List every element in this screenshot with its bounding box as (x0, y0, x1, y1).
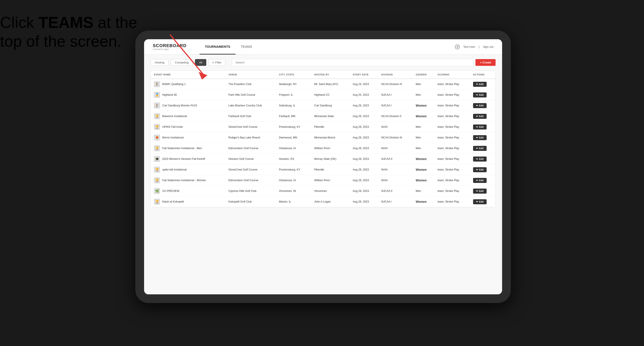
logo-subtitle: Powered by clippit (153, 48, 186, 50)
edit-button[interactable]: ✏ Edit (473, 199, 487, 204)
edit-label: Edit (479, 126, 484, 128)
event-name-text: VU PREVIEW (162, 189, 180, 192)
filter-hosting[interactable]: Hosting (151, 59, 168, 66)
filter-all[interactable]: All (195, 59, 206, 66)
edit-label: Edit (479, 147, 484, 150)
nav-item-teams[interactable]: TEAMS (236, 39, 258, 54)
col-division: DIVISION (378, 71, 413, 79)
cell-venue: Park Hills Golf Course (225, 90, 276, 100)
cell-hosted: Carl Sandburg (311, 100, 350, 111)
cell-date: Aug 28, 2023 (350, 111, 378, 122)
edit-button[interactable]: ✏ Edit (473, 135, 487, 140)
edit-button[interactable]: ✏ Edit (473, 82, 487, 87)
event-name-text: Klash at Kokopelli (162, 200, 184, 203)
table-row: 🏆 upike fall invitational StoneCrest Gol… (151, 165, 495, 175)
instruction-text: Click TEAMS at the top of the screen. (0, 13, 137, 51)
table-row: 🏆 Fall Statesmen Invitational - Women Ed… (151, 175, 495, 186)
user-name: Test User (463, 45, 475, 48)
event-icon: 🏆 (154, 145, 160, 151)
instruction-bold: TEAMS (38, 14, 94, 31)
logo-title: SCOREBOARD (153, 43, 186, 48)
col-hosted-by: HOSTED BY (311, 71, 350, 79)
cell-city: Oskaloosa, IA (276, 143, 311, 154)
logo: SCOREBOARD Powered by clippit (153, 43, 186, 50)
event-name-text: Maverick Invitational (162, 115, 187, 118)
cell-division: NCAA Division III (378, 79, 413, 90)
event-icon: 🏅 (154, 92, 160, 98)
edit-button[interactable]: ✏ Edit (473, 125, 487, 130)
nav-item-tournaments[interactable]: TOURNAMENTS (200, 39, 235, 54)
cell-city: Hesston, KS (276, 154, 311, 165)
gear-icon[interactable]: ⚙ (455, 44, 460, 49)
col-gender: GENDER (412, 71, 434, 79)
event-name-text: 2023 Women's Hesston Fall Kickoff (162, 158, 205, 161)
cell-hosted: Pikeville (311, 165, 350, 175)
edit-icon: ✏ (476, 104, 478, 107)
edit-button[interactable]: ✏ Edit (473, 114, 487, 119)
cell-division: NCAA Division III (378, 132, 413, 143)
cell-date: Aug 28, 2023 (350, 196, 378, 207)
event-icon: 🌿 (154, 188, 160, 194)
cell-venue: StoneCrest Golf Course (225, 122, 276, 132)
sign-out-link[interactable]: Sign out (483, 45, 493, 48)
cell-venue: Cypress Hills Golf Club (225, 186, 276, 196)
edit-icon: ✏ (476, 190, 478, 192)
create-button[interactable]: + Create (476, 59, 496, 66)
edit-icon: ✏ (476, 179, 478, 182)
cell-gender: Women (412, 165, 434, 175)
filter-competing[interactable]: Competing (171, 59, 193, 66)
cell-scoring: team, Stroke Play (435, 154, 470, 165)
col-city-state: CITY, STATE (276, 71, 311, 79)
edit-button[interactable]: ✏ Edit (473, 146, 487, 151)
cell-actions: ✏ Edit (470, 175, 495, 186)
edit-icon: ✏ (476, 136, 478, 139)
event-icon: 🏌 (154, 81, 160, 87)
cell-scoring: team, Stroke Play (435, 90, 470, 100)
event-name-text: Morris Invitational (162, 136, 184, 139)
cell-date: Aug 28, 2023 (350, 165, 378, 175)
cell-date: Aug 28, 2023 (350, 175, 378, 186)
cell-hosted: Minnesota-Morris (311, 132, 350, 143)
cell-gender: Men (412, 79, 434, 90)
cell-division: NCAA Division II (378, 111, 413, 122)
cell-hosted: Highland CC (311, 90, 350, 100)
cell-city: Prestonsburg, KY (276, 165, 311, 175)
filter-label: Filter (215, 61, 222, 64)
table: EVENT NAME VENUE CITY, STATE HOSTED BY S… (151, 71, 495, 207)
cell-hosted: William Penn (311, 175, 350, 186)
edit-button[interactable]: ✏ Edit (473, 178, 487, 183)
edit-icon: ✏ (476, 115, 478, 118)
edit-label: Edit (479, 190, 484, 192)
cell-actions: ✏ Edit (470, 111, 495, 122)
edit-label: Edit (479, 179, 484, 181)
tournaments-table: EVENT NAME VENUE CITY, STATE HOSTED BY S… (151, 70, 496, 207)
nav-separator: | (479, 45, 480, 48)
event-icon: 🏆 (154, 199, 160, 205)
cell-actions: ✏ Edit (470, 143, 495, 154)
event-icon: 🏆 (154, 177, 160, 183)
cell-event-name: 🎓 2023 Women's Hesston Fall Kickoff (151, 154, 225, 165)
filter-button[interactable]: ≡ Filter (208, 59, 225, 66)
cell-gender: Women (412, 100, 434, 111)
nav-right: ⚙ Test User | Sign out (455, 44, 493, 49)
instruction-line1: Click TEAMS at the (0, 14, 137, 31)
cell-hosted: Mt. Saint Mary (NY) (311, 79, 350, 90)
cell-event-name: 🏅 Highland 36 (151, 90, 225, 100)
cell-gender: Men (412, 122, 434, 132)
cell-venue: StoneCrest Golf Course (225, 165, 276, 175)
col-scoring: SCORING (435, 71, 470, 79)
cell-venue: Faribault Golf Club (225, 111, 276, 122)
edit-button[interactable]: ✏ Edit (473, 167, 487, 172)
edit-button[interactable]: ✏ Edit (473, 103, 487, 108)
table-row: 🦊 Morris Invitational Ruttger's Bay Lake… (151, 132, 495, 143)
cell-city: Faribault, MN (276, 111, 311, 122)
cell-date: Aug 28, 2023 (350, 132, 378, 143)
cell-city: Deerwood, MN (276, 132, 311, 143)
cell-actions: ✏ Edit (470, 154, 495, 165)
cell-actions: ✏ Edit (470, 132, 495, 143)
event-icon: 🏆 (154, 167, 160, 173)
edit-button[interactable]: ✏ Edit (473, 188, 487, 194)
edit-button[interactable]: ✏ Edit (473, 92, 487, 97)
edit-button[interactable]: ✏ Edit (473, 157, 487, 162)
search-input[interactable] (232, 59, 473, 66)
